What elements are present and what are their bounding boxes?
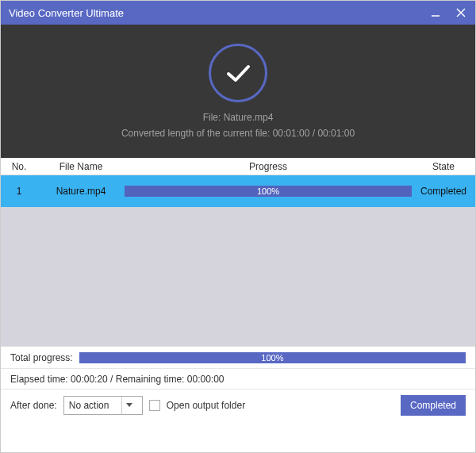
open-output-label: Open output folder <box>167 400 245 411</box>
total-progress-text: 100% <box>261 353 283 363</box>
current-file-label: File: Nature.mp4 <box>203 112 274 123</box>
dropdown-value: No action <box>69 400 109 411</box>
bottom-panel: Total progress: 100% Elapsed time: 00:00… <box>1 346 475 421</box>
status-panel: File: Nature.mp4 Converted length of the… <box>1 25 475 158</box>
chevron-down-icon <box>121 397 137 414</box>
window-controls <box>429 6 467 19</box>
window-title: Video Converter Ultimate <box>9 7 429 19</box>
checkmark-icon <box>222 57 254 89</box>
cell-name: Nature.mp4 <box>37 175 125 207</box>
timing-text: Elapsed time: 00:00:20 / Remaining time:… <box>10 374 225 385</box>
close-icon <box>455 7 466 18</box>
titlebar: Video Converter Ultimate <box>1 1 475 25</box>
cell-state: Completed <box>412 175 475 207</box>
cell-progress: 100% <box>125 175 412 207</box>
table-header: No. File Name Progress State <box>1 158 475 175</box>
completed-button[interactable]: Completed <box>401 395 466 416</box>
success-indicator <box>209 44 267 102</box>
close-button[interactable] <box>455 6 467 19</box>
completed-button-label: Completed <box>410 400 456 411</box>
cell-no: 1 <box>1 175 37 207</box>
col-header-no: No. <box>1 158 37 175</box>
col-header-state: State <box>412 158 475 175</box>
window: Video Converter Ultimate File: Nature.mp… <box>0 0 476 453</box>
total-progress-row: Total progress: 100% <box>1 347 475 369</box>
open-output-checkbox[interactable] <box>149 400 160 411</box>
row-progress-text: 100% <box>257 186 279 196</box>
minimize-button[interactable] <box>429 6 442 19</box>
footer-row: After done: No action Open output folder… <box>1 390 475 421</box>
after-done-dropdown[interactable]: No action <box>63 396 143 415</box>
total-progress-bar: 100% <box>79 352 466 363</box>
after-done-label: After done: <box>10 400 57 411</box>
col-header-name: File Name <box>37 158 125 175</box>
col-header-progress: Progress <box>125 158 412 175</box>
minimize-icon <box>431 8 440 17</box>
converted-length-label: Converted length of the current file: 00… <box>121 128 355 139</box>
table-body: 1 Nature.mp4 100% Completed <box>1 175 475 346</box>
table-row[interactable]: 1 Nature.mp4 100% Completed <box>1 175 475 207</box>
total-progress-label: Total progress: <box>10 352 73 363</box>
timing-row: Elapsed time: 00:00:20 / Remaining time:… <box>1 369 475 390</box>
row-progress-bar: 100% <box>125 186 412 197</box>
svg-marker-3 <box>126 403 132 407</box>
